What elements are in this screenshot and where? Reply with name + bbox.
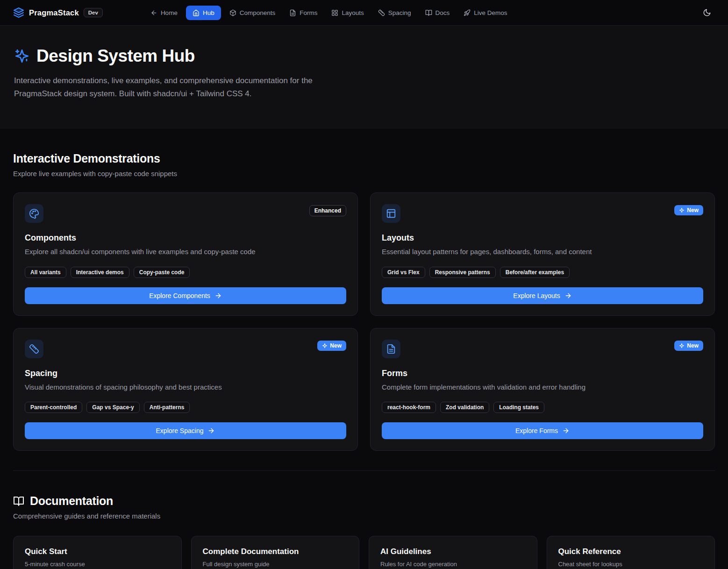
tag-row: react-hook-form Zod validation Loading s… xyxy=(382,402,703,413)
nav-item-components[interactable]: Components xyxy=(224,6,281,20)
explore-spacing-button[interactable]: Explore Spacing xyxy=(25,422,346,439)
tag: Gap vs Space-y xyxy=(86,402,139,413)
sparkles-icon xyxy=(14,48,30,64)
hero-section: Design System Hub Interactive demonstrat… xyxy=(0,26,728,128)
tag: Zod validation xyxy=(440,402,489,413)
nav-item-layouts[interactable]: Layouts xyxy=(326,6,369,20)
demo-card-grid: Enhanced Components Explore all shadcn/u… xyxy=(13,192,715,451)
doc-card-subtitle: Cheat sheet for lookups xyxy=(558,561,704,568)
tag: Interactive demos xyxy=(71,267,129,278)
box-icon xyxy=(229,9,236,16)
enhanced-badge: Enhanced xyxy=(309,205,346,216)
demo-card-components: Enhanced Components Explore all shadcn/u… xyxy=(13,192,358,316)
nav-item-docs[interactable]: Docs xyxy=(420,6,456,20)
tag: Grid vs Flex xyxy=(382,267,425,278)
layers-logo-icon xyxy=(13,7,24,18)
doc-card-title: AI Guidelines xyxy=(380,547,526,556)
docs-section-subtitle: Comprehensive guides and reference mater… xyxy=(13,512,715,520)
page-title: Design System Hub xyxy=(36,46,195,66)
nav-label: Spacing xyxy=(388,9,411,16)
tag: Anti-patterns xyxy=(144,402,190,413)
doc-card-subtitle: Rules for AI code generation xyxy=(380,561,526,568)
tag-row: Parent-controlled Gap vs Space-y Anti-pa… xyxy=(25,402,346,413)
ruler-icon xyxy=(25,340,43,358)
rocket-icon xyxy=(464,9,471,16)
new-badge: New xyxy=(317,341,346,351)
nav-item-hub[interactable]: Hub xyxy=(186,6,221,20)
docs-section-header: Documentation Comprehensive guides and r… xyxy=(13,494,715,520)
tag: react-hook-form xyxy=(382,402,436,413)
nav-label: Forms xyxy=(300,9,317,16)
arrow-right-icon xyxy=(207,427,215,434)
doc-card-complete-documentation[interactable]: Complete Documentation Full design syste… xyxy=(191,536,360,569)
arrow-right-icon xyxy=(214,292,222,299)
tag: Responsive patterns xyxy=(429,267,496,278)
explore-forms-button[interactable]: Explore Forms xyxy=(382,422,703,439)
brand-name: PragmaStack xyxy=(29,8,79,17)
doc-card-quick-reference[interactable]: Quick Reference Cheat sheet for lookups xyxy=(547,536,715,569)
file-text-icon xyxy=(289,9,296,16)
nav-item-live-demos[interactable]: Live Demos xyxy=(458,6,513,20)
env-badge: Dev xyxy=(84,8,103,17)
nav-label: Layouts xyxy=(342,9,364,16)
doc-card-subtitle: 5-minute crash course xyxy=(25,561,170,568)
card-description: Explore all shadcn/ui components with li… xyxy=(25,247,346,257)
doc-card-quick-start[interactable]: Quick Start 5-minute crash course xyxy=(13,536,182,569)
card-description: Visual demonstrations of spacing philoso… xyxy=(25,382,346,393)
doc-card-title: Complete Documentation xyxy=(203,547,348,556)
tag: All variants xyxy=(25,267,66,278)
card-title: Forms xyxy=(382,369,703,378)
card-description: Essential layout patterns for pages, das… xyxy=(382,247,703,257)
nav-label: Docs xyxy=(435,9,450,16)
tag: Loading states xyxy=(493,402,544,413)
doc-card-ai-guidelines[interactable]: AI Guidelines Rules for AI code generati… xyxy=(369,536,537,569)
new-badge: New xyxy=(674,341,703,351)
doc-card-title: Quick Reference xyxy=(558,547,704,556)
nav-label: Live Demos xyxy=(474,9,507,16)
nav-item-spacing[interactable]: Spacing xyxy=(372,6,417,20)
sparkles-icon xyxy=(679,207,685,213)
book-open-icon xyxy=(13,496,24,507)
sparkles-icon xyxy=(679,343,685,349)
nav-item-home[interactable]: Home xyxy=(145,6,183,20)
card-title: Layouts xyxy=(382,233,703,243)
dark-mode-toggle[interactable] xyxy=(699,5,715,21)
nav-item-forms[interactable]: Forms xyxy=(284,6,323,20)
card-title: Components xyxy=(25,233,346,243)
home-icon xyxy=(193,9,200,16)
docs-card-grid: Quick Start 5-minute crash course Comple… xyxy=(13,536,715,569)
page-subtitle: Interactive demonstrations, live example… xyxy=(14,74,362,100)
explore-layouts-button[interactable]: Explore Layouts xyxy=(382,287,703,304)
tag: Copy-paste code xyxy=(134,267,190,278)
demo-card-layouts: New Layouts Essential layout patterns fo… xyxy=(370,192,715,316)
main-content: Interactive Demonstrations Explore live … xyxy=(0,152,728,569)
section-divider xyxy=(13,470,715,471)
sparkles-icon xyxy=(322,343,328,349)
tag: Before/after examples xyxy=(500,267,570,278)
book-open-icon xyxy=(425,9,432,16)
brand[interactable]: PragmaStack Dev xyxy=(13,7,103,18)
layout-panel-icon xyxy=(382,204,400,223)
card-title: Spacing xyxy=(25,369,346,378)
tag: Parent-controlled xyxy=(25,402,82,413)
layout-grid-icon xyxy=(331,9,338,16)
demos-section-title: Interactive Demonstrations xyxy=(13,152,715,165)
nav-label: Hub xyxy=(203,9,214,16)
ruler-icon xyxy=(378,9,385,16)
demo-card-forms: New Forms Complete form implementations … xyxy=(370,328,715,451)
doc-card-subtitle: Full design system guide xyxy=(203,561,348,568)
arrow-right-icon xyxy=(562,427,570,434)
card-description: Complete form implementations with valid… xyxy=(382,382,703,393)
doc-card-title: Quick Start xyxy=(25,547,170,556)
new-badge: New xyxy=(674,205,703,215)
demo-card-spacing: New Spacing Visual demonstrations of spa… xyxy=(13,328,358,451)
docs-section-title: Documentation xyxy=(30,494,113,508)
explore-components-button[interactable]: Explore Components xyxy=(25,287,346,304)
arrow-right-icon xyxy=(564,292,572,299)
palette-icon xyxy=(25,204,43,223)
nav-label: Components xyxy=(240,9,276,16)
moon-icon xyxy=(703,8,711,17)
main-nav: Home Hub Components Forms Layouts Spacin… xyxy=(145,6,513,20)
tag-row: All variants Interactive demos Copy-past… xyxy=(25,267,346,278)
top-navbar: PragmaStack Dev Home Hub Components Form… xyxy=(0,0,728,26)
